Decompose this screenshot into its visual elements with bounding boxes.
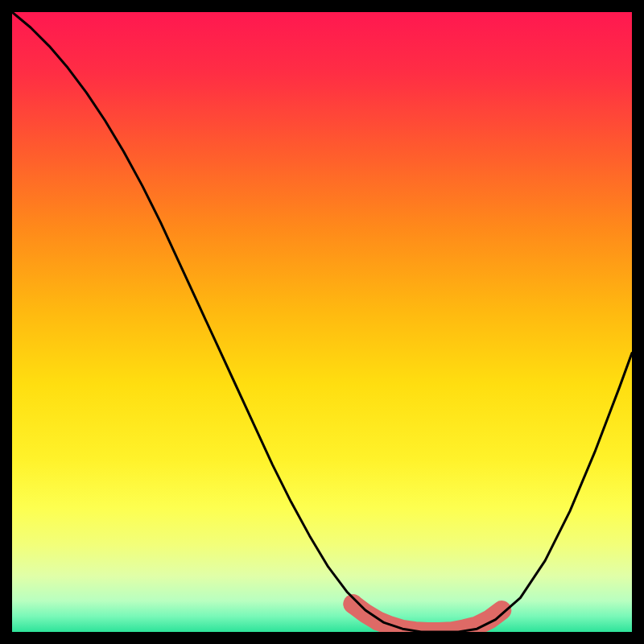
svg-rect-0 [12, 12, 632, 632]
chart-frame: TheBottleneck.com [12, 12, 632, 632]
background-gradient [12, 12, 632, 632]
